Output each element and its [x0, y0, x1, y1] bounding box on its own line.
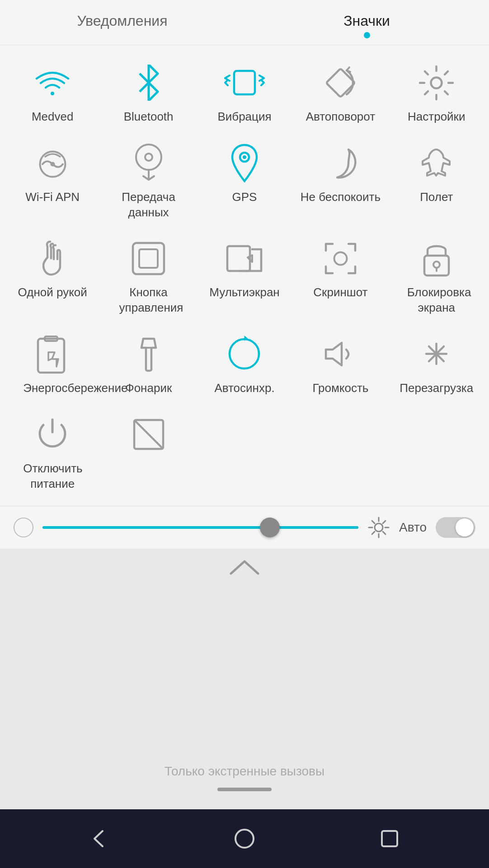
- gps-icon: [224, 143, 265, 183]
- icon-cell-screenshot[interactable]: Скриншот: [292, 230, 388, 326]
- icon-cell-data-transfer[interactable]: Передача данных: [100, 135, 196, 230]
- icon-cell-vibration[interactable]: Вибрация: [197, 54, 292, 135]
- nav-bar: [0, 809, 489, 868]
- svg-rect-11: [227, 246, 250, 271]
- icon-label-reboot: Перезагрузка: [400, 381, 473, 396]
- battery-save-icon: [32, 334, 73, 374]
- icon-cell-autosync[interactable]: Автосинхр.: [197, 326, 292, 406]
- back-icon: [88, 827, 111, 850]
- icon-cell-gps[interactable]: GPS: [197, 135, 292, 230]
- icon-label-battery-save: Энергосбережение: [23, 381, 82, 396]
- svg-point-25: [375, 523, 383, 532]
- svg-point-5: [136, 145, 161, 170]
- icon-cell-reboot[interactable]: Перезагрузка: [389, 326, 484, 406]
- chevron-up-icon: [229, 558, 260, 576]
- svg-point-2: [431, 77, 442, 88]
- icon-cell-unknown[interactable]: [100, 406, 196, 502]
- icon-cell-dnd[interactable]: Не беспокоить: [292, 135, 388, 230]
- icon-cell-bluetooth[interactable]: Bluetooth: [100, 54, 196, 135]
- icon-label-screenshot: Скриншот: [313, 285, 367, 300]
- icon-cell-wifi-apn[interactable]: Wi-Fi APN: [5, 135, 100, 230]
- icon-cell-flight[interactable]: Полет: [389, 135, 484, 230]
- svg-point-34: [235, 830, 254, 848]
- vibration-icon: [224, 62, 265, 103]
- tab-bar: Уведомления Значки: [0, 0, 489, 45]
- icon-cell-one-hand[interactable]: Одной рукой: [5, 230, 100, 326]
- icon-cell-multiscreen[interactable]: Мультиэкран: [197, 230, 292, 326]
- svg-point-12: [334, 252, 347, 265]
- home-indicator: [217, 788, 272, 791]
- tab-icons[interactable]: Значки: [244, 5, 489, 45]
- flight-icon: [416, 143, 457, 183]
- autosync-icon: [224, 334, 265, 374]
- icon-label-one-hand: Одной рукой: [18, 285, 87, 300]
- svg-rect-0: [234, 71, 255, 94]
- collapse-area[interactable]: [0, 549, 489, 585]
- slider-thumb[interactable]: [260, 518, 280, 537]
- brightness-slider[interactable]: [42, 526, 358, 529]
- dnd-icon: [320, 143, 361, 183]
- icon-cell-settings[interactable]: Настройки: [389, 54, 484, 135]
- svg-rect-35: [382, 831, 397, 846]
- icon-cell-power-off[interactable]: Отключить питание: [5, 406, 100, 502]
- toggle-knob: [456, 518, 474, 537]
- svg-line-30: [372, 521, 375, 523]
- svg-line-33: [372, 532, 375, 534]
- autorotate-icon: [320, 62, 361, 103]
- icon-label-gps: GPS: [232, 190, 257, 205]
- icon-cell-autorotate[interactable]: Автоповорот: [292, 54, 388, 135]
- power-off-icon: [32, 414, 73, 455]
- svg-rect-10: [139, 249, 158, 268]
- multiscreen-icon: [224, 238, 265, 279]
- icon-cell-battery-save[interactable]: Энергосбережение: [5, 326, 100, 406]
- sun-icon: [367, 516, 390, 539]
- icon-label-multiscreen: Мультиэкран: [209, 285, 279, 300]
- wifi-icon: [32, 62, 73, 103]
- icon-label-wifi-apn: Wi-Fi APN: [25, 190, 80, 205]
- brightness-bar: Авто: [0, 506, 489, 549]
- control-btn-icon: [128, 238, 169, 279]
- icon-cell-volume[interactable]: Громкость: [292, 326, 388, 406]
- icon-cell-flashlight[interactable]: Фонарик: [100, 326, 196, 406]
- icon-label-autosync: Автосинхр.: [214, 381, 274, 396]
- flashlight-icon: [128, 334, 169, 374]
- back-button[interactable]: [84, 823, 115, 854]
- svg-line-24: [134, 420, 163, 449]
- icon-cell-screen-lock[interactable]: Блокировка экрана: [389, 230, 484, 326]
- icon-label-control-btn: Кнопка управления: [119, 285, 178, 316]
- one-hand-icon: [32, 238, 73, 279]
- reboot-icon: [416, 334, 457, 374]
- icon-label-flashlight: Фонарик: [125, 381, 172, 396]
- svg-point-4: [50, 162, 55, 166]
- volume-icon: [320, 334, 361, 374]
- icon-label-screen-lock: Блокировка экрана: [407, 285, 466, 316]
- settings-icon: [416, 62, 457, 103]
- icon-cell-medved[interactable]: Medved: [5, 54, 100, 135]
- svg-rect-13: [424, 256, 449, 275]
- icon-label-bluetooth: Bluetooth: [124, 109, 174, 125]
- icon-grid-container: Medved Bluetooth Вибрация: [0, 45, 489, 506]
- svg-point-6: [145, 154, 152, 161]
- tab-indicator-icons: [364, 32, 370, 38]
- screen-lock-icon: [416, 238, 457, 279]
- brightness-min-icon: [14, 518, 33, 537]
- icon-label-autorotate: Автоповорот: [306, 109, 375, 125]
- recents-button[interactable]: [374, 823, 405, 854]
- icon-label-vibration: Вибрация: [217, 109, 271, 125]
- icon-label-dnd: Не беспокоить: [301, 190, 381, 205]
- auto-brightness-toggle[interactable]: [436, 517, 475, 538]
- icon-grid: Medved Bluetooth Вибрация: [5, 54, 484, 501]
- home-icon: [233, 827, 256, 850]
- icon-label-volume: Громкость: [312, 381, 368, 396]
- icon-label-flight: Полет: [420, 190, 453, 205]
- unknown-icon: [128, 414, 169, 455]
- home-button[interactable]: [229, 823, 260, 854]
- icon-cell-control-btn[interactable]: Кнопка управления: [100, 230, 196, 326]
- status-area: Только экстренные вызовы: [0, 585, 489, 809]
- wifi-apn-icon: [32, 143, 73, 183]
- svg-rect-9: [133, 243, 164, 274]
- auto-label: Авто: [399, 520, 427, 535]
- tab-notifications[interactable]: Уведомления: [0, 5, 244, 45]
- icon-label-power-off: Отключить питание: [23, 461, 82, 492]
- svg-rect-16: [38, 339, 64, 373]
